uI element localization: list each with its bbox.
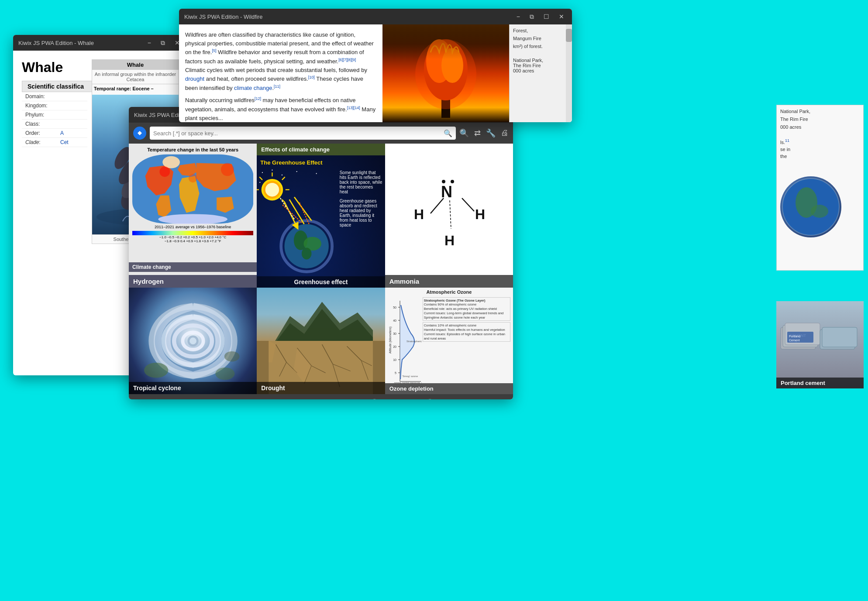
drought-grid-label: Drought <box>257 382 385 394</box>
wildfire-image <box>382 24 509 122</box>
portland-cement-label: Portland cement <box>776 378 864 388</box>
whale-infobox-subtitle: An informal group within the infraorder … <box>92 70 179 84</box>
search-icon: 🔍 <box>444 129 452 137</box>
whale-restore-btn[interactable]: ⧉ <box>158 38 168 48</box>
svg-point-13 <box>162 156 180 168</box>
svg-text:Portland: Portland <box>789 335 800 338</box>
climate-change-link[interactable]: climate change <box>234 85 272 91</box>
kiwix-article-grid: Temperature change in the last 50 years <box>129 144 513 394</box>
order-value: A <box>60 130 64 136</box>
classification-phylum: Phylum: <box>22 110 87 120</box>
ammonia-grid-label: Ammonia <box>385 275 513 288</box>
kiwix-search-box[interactable]: 🔍 <box>150 127 456 140</box>
svg-line-31 <box>259 177 262 180</box>
wildfire-scrollbar-thumb[interactable] <box>566 29 572 42</box>
svg-point-22 <box>316 173 317 174</box>
hydrogen-heatmap <box>132 154 253 224</box>
settings-icon[interactable]: 🔧 <box>486 128 496 138</box>
svg-line-48 <box>431 198 444 213</box>
random-icon[interactable]: ⇄ <box>474 128 481 138</box>
zoom-out-icon[interactable]: 🔍 <box>426 399 437 399</box>
wildfire-minimize-btn[interactable]: − <box>514 12 523 21</box>
svg-point-18 <box>262 172 263 173</box>
svg-text:5: 5 <box>395 371 396 374</box>
svg-text:N: N <box>441 183 452 201</box>
svg-text:30: 30 <box>393 332 396 335</box>
greenhouse-layout: Some sunlight that hits Earth is reflect… <box>257 168 385 276</box>
svg-point-37 <box>302 247 312 259</box>
print-icon[interactable]: 🖨 <box>501 128 509 138</box>
back-icon[interactable]: ◀ <box>207 399 214 399</box>
sidebar-text-6: 000 acres <box>513 68 562 73</box>
svg-point-60 <box>144 362 168 378</box>
wildfire-close-btn[interactable]: ✕ <box>556 12 567 21</box>
sidebar-text-4: National Park, <box>513 58 562 63</box>
grid-item-drought[interactable]: Drought <box>257 288 385 394</box>
classification-domain: Domain: <box>22 92 87 101</box>
svg-point-47 <box>451 180 454 183</box>
wildfire-window-controls: − ⧉ ☐ ✕ <box>514 12 567 21</box>
grid-item-ozone[interactable]: Atmospheric Ozone Altitude (kilometers) … <box>385 288 513 394</box>
zoom-in-icon[interactable]: 🔍 <box>370 399 382 399</box>
svg-text:20: 20 <box>393 345 396 348</box>
forward-icon[interactable]: ▶ <box>258 399 265 399</box>
svg-point-26 <box>265 183 279 197</box>
phylum-label: Phylum: <box>25 112 60 118</box>
wildfire-restore-btn[interactable]: ⧉ <box>527 12 537 21</box>
home-icon[interactable]: 🏠 <box>151 399 162 399</box>
grid-item-tropical-cyclone[interactable]: Tropical cyclone <box>129 288 257 394</box>
class-label: Class: <box>25 121 60 127</box>
greenhouse-text-panel: Some sunlight that hits Earth is reflect… <box>337 168 385 276</box>
drought-link[interactable]: drought <box>185 76 204 82</box>
greenhouse-svg <box>257 168 337 276</box>
ozone-chart-layout: Altitude (kilometers) 5 10 20 30 <box>387 296 511 373</box>
cement-bags-svg: CEMENT 50 kg Portland Cement <box>776 301 864 371</box>
hydrogen-chart-title: Temperature change in the last 50 years <box>132 147 253 152</box>
ref-12: [12] <box>255 96 261 101</box>
sidebar-text-1: Forest, <box>513 28 562 33</box>
wildfire-maximize-btn[interactable]: ☐ <box>541 12 552 21</box>
clade-value: Cet <box>60 139 69 145</box>
svg-text:40: 40 <box>393 319 396 322</box>
svg-line-50 <box>462 198 474 211</box>
ref-10: [10] <box>308 75 315 79</box>
grid-item-climate-change[interactable]: Effects of climate change The Greenhouse… <box>257 144 385 288</box>
ref-1314: [13][14] <box>347 106 360 110</box>
svg-point-59 <box>189 337 196 344</box>
smoke-overlay <box>382 24 509 59</box>
classification-clade: Clade: Cet <box>22 138 87 147</box>
whale-minimize-btn[interactable]: − <box>145 38 154 47</box>
svg-line-43 <box>282 204 302 223</box>
svg-point-16 <box>221 163 234 176</box>
ammonia-molecule-svg: N H H H <box>401 172 497 259</box>
kiwix-logo-icon <box>135 128 145 138</box>
kiwix-search-input[interactable] <box>153 130 444 137</box>
sidebar-text-2: Mangum Fire <box>513 36 562 41</box>
grid-item-hydrogen[interactable]: Temperature change in the last 50 years <box>129 144 257 288</box>
search-toggle-icon[interactable]: 🔍 <box>459 128 469 138</box>
kiwix-main-window: Kiwix JS PWA Edition - Kiwix JS PWA − ⧉ … <box>129 107 513 399</box>
classification-order: Order: A <box>22 129 87 138</box>
climate-change-sublabel: Climate change <box>129 262 257 272</box>
ozone-chart-title: Atmospheric Ozone <box>387 289 511 295</box>
svg-point-15 <box>159 166 170 177</box>
kingdom-label: Kingdom: <box>25 103 60 109</box>
scroll-up-icon[interactable]: ▲ <box>482 399 491 399</box>
greenhouse-visual: The Greenhouse Effect <box>257 144 385 288</box>
svg-point-21 <box>296 171 297 172</box>
svg-point-23 <box>259 182 260 183</box>
greenhouse-note-2: Greenhouse gases absorb and redirect hea… <box>340 199 382 227</box>
grid-item-ammonia[interactable]: N H H H Ammonia <box>385 144 513 288</box>
scale-fahrenheit: −1.8 −0.9 0.4 +0.9 +1.8 +3.6 +7.2 °F <box>132 239 253 243</box>
svg-line-40 <box>289 199 304 224</box>
wildfire-scrollbar[interactable] <box>566 24 572 122</box>
domain-label: Domain: <box>25 93 60 100</box>
heatmap-svg <box>132 154 253 224</box>
svg-text:'Smog' ozone: 'Smog' ozone <box>402 375 418 378</box>
portland-cement-partial[interactable]: CEMENT 50 kg Portland Cement Portland ce… <box>776 301 864 388</box>
whale-window-title: Kiwix JS PWA Edition - Whale <box>18 40 141 46</box>
svg-text:H: H <box>475 206 485 222</box>
ozone-text-panel: Stratospheric Ozone (The Ozone Layer) Co… <box>422 296 511 373</box>
wildfire-paragraph-1: Wildfires are often classified by charac… <box>185 31 376 93</box>
ozone-tropospheric-info: Contains 10% of atmospheric ozone Harmfu… <box>423 322 510 342</box>
